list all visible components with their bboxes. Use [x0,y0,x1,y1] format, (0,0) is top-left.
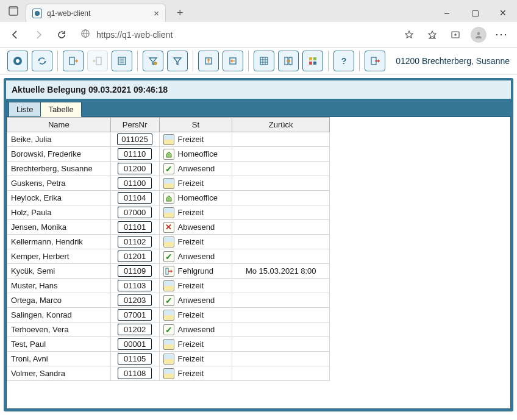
window-close-button[interactable]: ✕ [489,4,517,22]
browser-tab[interactable]: q1-web-client × [26,4,166,22]
toolbar-exit-button[interactable] [365,51,385,71]
occupancy-table: Name PersNr St Zurück Beike, Julia011025… [7,117,330,381]
tab-liste[interactable]: Liste [9,102,41,117]
cell-name: Kycük, Semi [7,264,111,279]
cell-name: Holz, Paula [7,205,111,220]
table-row[interactable]: Ortega, Marco01203✓Anwesend [7,293,330,308]
tab-close-icon[interactable]: × [154,8,159,18]
cell-status: Fehlgrund [159,264,232,279]
persnr-box[interactable]: 01110 [118,148,152,160]
table-row[interactable]: Volmer, Sandra01108Freizeit [7,366,330,381]
toolbar-up-button[interactable] [198,51,219,71]
toolbar-columns-button[interactable] [278,51,299,71]
col-header-zuruck[interactable]: Zurück [232,118,330,132]
table-row[interactable]: Troni, Avni01105Freizeit [7,352,330,366]
col-header-persnr[interactable]: PersNr [110,118,159,132]
toolbar-blocks-button[interactable] [302,51,323,71]
col-header-st[interactable]: St [159,118,232,132]
table-row[interactable]: Kellermann, Hendrik01102Freizeit [7,235,330,249]
status-label: Freizeit [178,237,204,246]
collections-icon[interactable] [445,25,466,44]
svg-rect-29 [309,57,312,60]
status-label: Freizeit [178,369,204,378]
persnr-box[interactable]: 01109 [118,265,152,277]
cell-name: Borowski, Frederike [7,147,111,162]
toolbar-filter-button[interactable] [167,51,188,71]
toolbar-logo-button[interactable] [7,51,28,71]
persnr-box[interactable]: 07000 [118,207,152,218]
cell-status: Freizeit [159,176,232,191]
persnr-box[interactable]: 01203 [118,294,152,306]
persnr-box[interactable]: 011025 [117,133,152,145]
table-row[interactable]: Kycük, Semi01109FehlgrundMo 15.03.2021 8… [7,264,330,279]
tab-new-button[interactable]: + [172,4,188,22]
persnr-box[interactable]: 01104 [118,192,152,204]
cell-zuruck [232,366,330,381]
cell-status: Freizeit [159,205,232,220]
freizeit-icon [163,368,174,379]
status-label: Homeoffice [178,149,218,158]
nav-back-button[interactable] [5,25,26,44]
cell-persnr: 00001 [110,337,159,352]
cell-name: Muster, Hans [7,279,111,293]
cell-status: Freizeit [159,132,232,147]
persnr-box[interactable]: 01201 [118,251,152,262]
persnr-box[interactable]: 01102 [118,236,152,247]
nav-refresh-button[interactable] [51,25,72,44]
cell-persnr: 01202 [110,322,159,337]
table-row[interactable]: Heylock, Erika01104Homeoffice [7,191,330,205]
persnr-box[interactable]: 00001 [118,338,152,350]
view-tabs: Liste Tabelle [6,99,511,116]
browser-titlebar: q1-web-client × + – ▢ ✕ [0,0,517,22]
table-row[interactable]: Beike, Julia011025Freizeit [7,132,330,147]
status-label: Freizeit [178,179,204,188]
table-row[interactable]: Test, Paul00001Freizeit [7,337,330,352]
toolbar-grid-button[interactable] [254,51,274,71]
cell-persnr: 01201 [110,249,159,264]
persnr-box[interactable]: 01108 [118,368,152,379]
persnr-box[interactable]: 07001 [118,309,152,321]
tab-tabelle[interactable]: Tabelle [40,102,81,117]
table-row[interactable]: Salingen, Konrad07001Freizeit [7,308,330,322]
table-row[interactable]: Muster, Hans01103Freizeit [7,279,330,293]
persnr-box[interactable]: 01105 [118,353,152,365]
persnr-box[interactable]: 01100 [118,177,152,189]
more-menu-button[interactable]: ··· [491,25,512,44]
persnr-box[interactable]: 01101 [118,221,152,233]
favorite-star-icon[interactable] [399,25,419,44]
svg-rect-22 [260,57,268,65]
toolbar-export-button[interactable] [63,51,84,71]
cell-persnr: 01110 [110,147,159,162]
persnr-box[interactable]: 01202 [118,324,152,335]
status-label: Homeoffice [178,193,218,202]
window-minimize-button[interactable]: – [433,4,461,22]
table-row[interactable]: Jensen, Monika01101✕Abwesend [7,220,330,235]
toolbar-filter-settings-button[interactable] [143,51,163,71]
toolbar-left-button[interactable] [223,51,243,71]
cell-name: Heylock, Erika [7,191,111,205]
toolbar-refresh-button[interactable] [32,51,52,71]
address-field[interactable]: https://q1-web-client [74,26,396,44]
table-row[interactable]: Brechterberg, Susanne01200✓Anwesend [7,162,330,176]
table-row[interactable]: Kemper, Herbert01201✓Anwesend [7,249,330,264]
cell-name: Test, Paul [7,337,111,352]
table-row[interactable]: Holz, Paula07000Freizeit [7,205,330,220]
profile-button[interactable] [468,25,489,44]
persnr-box[interactable]: 01103 [118,280,152,291]
favorites-icon[interactable] [422,25,443,44]
main-panel: Aktuelle Belegung 09.03.2021 09:46:18 Li… [4,78,513,411]
table-row[interactable]: Borowski, Frederike01110Homeoffice [7,147,330,162]
toolbar-list-button[interactable] [112,51,132,71]
status-label: Anwesend [178,164,215,173]
persnr-box[interactable]: 01200 [118,163,152,174]
svg-point-19 [154,62,157,64]
table-row[interactable]: Terhoeven, Vera01202✓Anwesend [7,322,330,337]
toolbar-help-button[interactable]: ? [333,51,354,71]
col-header-name[interactable]: Name [7,118,111,132]
cell-persnr: 01203 [110,293,159,308]
window-maximize-button[interactable]: ▢ [461,4,489,22]
svg-point-12 [16,59,20,63]
cell-zuruck [232,176,330,191]
globe-icon [80,29,90,40]
table-row[interactable]: Guskens, Petra01100Freizeit [7,176,330,191]
